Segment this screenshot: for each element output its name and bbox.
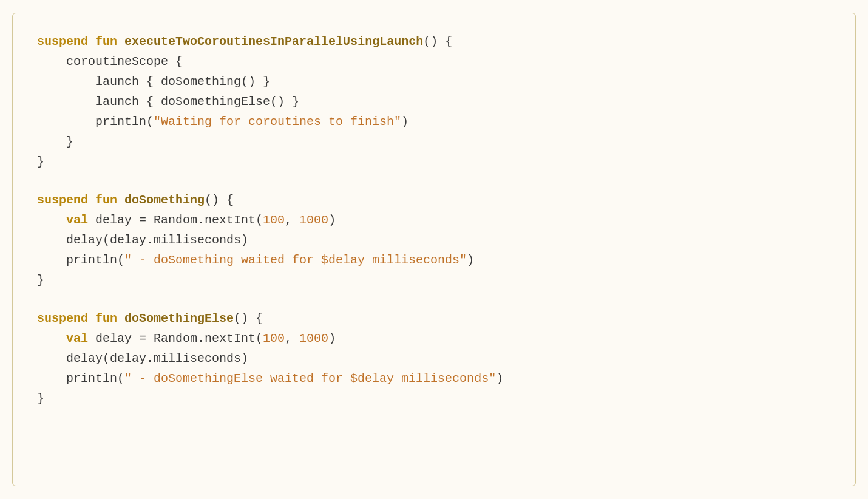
code-line: coroutineScope {: [37, 52, 831, 72]
code-line: val delay = Random.nextInt(100, 1000): [37, 328, 831, 348]
code-token: 1000: [299, 331, 328, 345]
code-line: println("Waiting for coroutines to finis…: [37, 112, 831, 132]
code-line: launch { doSomething() }: [37, 72, 831, 92]
code-token: coroutineScope {: [37, 55, 183, 69]
code-container: suspend fun executeTwoCoroutinesInParall…: [12, 13, 856, 486]
code-token: fun: [95, 193, 117, 207]
code-token: [88, 193, 95, 207]
code-token: [117, 35, 124, 49]
code-token: suspend: [37, 311, 88, 325]
code-token: () {: [234, 311, 263, 325]
code-token: () {: [423, 35, 452, 49]
code-token: [88, 311, 95, 325]
code-token: doSomething: [124, 193, 205, 207]
code-token: launch { doSomething() }: [37, 75, 270, 89]
code-token: ,: [285, 213, 299, 227]
code-token: ): [467, 253, 474, 267]
code-token: [117, 311, 124, 325]
code-token: "Waiting for coroutines to finish": [154, 115, 401, 129]
code-line: }: [37, 389, 831, 409]
code-token: doSomethingElse: [124, 311, 234, 325]
code-line: suspend fun doSomethingElse() {: [37, 308, 831, 328]
code-token: launch { doSomethingElse() }: [37, 95, 299, 109]
code-line: println(" - doSomething waited for $dela…: [37, 250, 831, 270]
code-token: [37, 331, 66, 345]
code-token: val: [66, 213, 88, 227]
code-token: 1000: [299, 213, 328, 227]
code-token: delay(delay.milliseconds): [37, 233, 248, 247]
code-line: val delay = Random.nextInt(100, 1000): [37, 210, 831, 230]
code-block-2: suspend fun doSomething() { val delay = …: [37, 190, 831, 290]
code-line: println(" - doSomethingElse waited for $…: [37, 368, 831, 389]
code-token: 100: [263, 331, 285, 345]
code-token: suspend: [37, 193, 88, 207]
code-token: }: [37, 155, 44, 169]
code-token: suspend: [37, 35, 88, 49]
code-token: ): [328, 213, 336, 227]
code-line: suspend fun doSomething() {: [37, 190, 831, 210]
code-token: }: [37, 392, 44, 406]
code-token: ): [328, 331, 336, 345]
code-token: ): [401, 115, 409, 129]
code-line: delay(delay.milliseconds): [37, 230, 831, 250]
code-token: 100: [263, 213, 285, 227]
code-token: ,: [285, 331, 299, 345]
code-token: }: [37, 135, 73, 149]
code-token: fun: [95, 35, 117, 49]
code-token: fun: [95, 311, 117, 325]
code-line: }: [37, 152, 831, 172]
code-token: [88, 35, 95, 49]
code-token: " - doSomething waited for $delay millis…: [124, 253, 467, 267]
code-line: }: [37, 132, 831, 152]
code-line: suspend fun executeTwoCoroutinesInParall…: [37, 32, 831, 52]
code-token: [117, 193, 124, 207]
code-block-1: suspend fun executeTwoCoroutinesInParall…: [37, 32, 831, 172]
code-line: launch { doSomethingElse() }: [37, 92, 831, 112]
code-line: delay(delay.milliseconds): [37, 348, 831, 368]
code-token: executeTwoCoroutinesInParallelUsingLaunc…: [124, 35, 423, 49]
code-token: }: [37, 273, 44, 287]
code-line: }: [37, 270, 831, 290]
code-token: ): [496, 372, 503, 385]
code-token: () {: [205, 193, 234, 207]
code-token: println(: [37, 115, 154, 129]
code-token: delay(delay.milliseconds): [37, 351, 248, 365]
code-block-3: suspend fun doSomethingElse() { val dela…: [37, 308, 831, 409]
code-token: delay = Random.nextInt(: [88, 213, 263, 227]
code-token: val: [66, 331, 88, 345]
code-token: println(: [37, 253, 124, 267]
code-token: delay = Random.nextInt(: [88, 331, 263, 345]
code-token: " - doSomethingElse waited for $delay mi…: [124, 372, 496, 385]
code-token: [37, 213, 66, 227]
code-token: println(: [37, 372, 124, 385]
